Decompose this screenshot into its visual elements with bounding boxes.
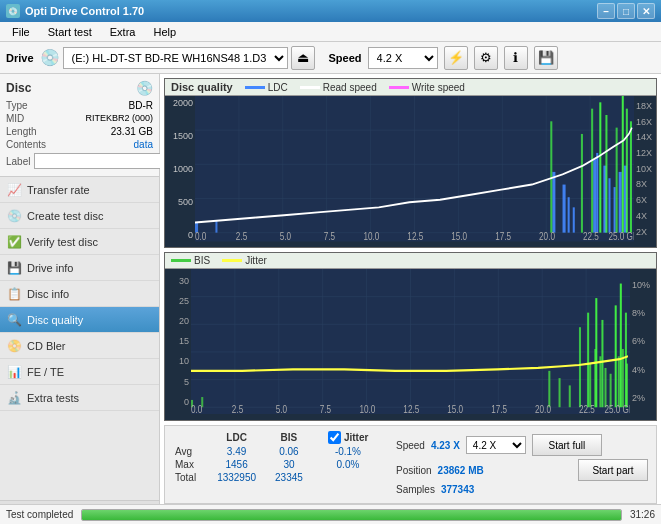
sidebar-label-verify-test-disc: Verify test disc	[27, 236, 98, 248]
stats-row-avg: Avg 3.49 0.06 -0.1%	[169, 445, 384, 458]
svg-rect-75	[579, 327, 581, 407]
disc-quality-icon: 🔍	[6, 313, 22, 327]
svg-text:17.5: 17.5	[495, 231, 511, 241]
sidebar-item-fe-te[interactable]: 📊 FE / TE	[0, 359, 159, 385]
svg-text:7.5: 7.5	[324, 231, 335, 241]
sidebar-item-create-test-disc[interactable]: 💿 Create test disc	[0, 203, 159, 229]
status-time: 31:26	[630, 509, 655, 520]
verify-test-disc-icon: ✅	[6, 235, 22, 249]
position-label: Position	[396, 465, 432, 476]
length-label: Length	[6, 126, 37, 137]
bis-legend-label: BIS	[194, 255, 210, 266]
col-ldc-header: LDC	[207, 430, 266, 445]
speed-select[interactable]: 4.2 X	[368, 47, 438, 69]
sidebar-label-extra-tests: Extra tests	[27, 392, 79, 404]
svg-rect-65	[559, 378, 561, 407]
save-btn[interactable]: 💾	[534, 46, 558, 70]
svg-text:20.0: 20.0	[539, 231, 555, 241]
chart1-header: Disc quality LDC Read speed Write speed	[165, 79, 656, 96]
chart1-svg-container: 2000 1500 1000 500 0	[165, 96, 656, 242]
drive-icon: 💿	[40, 48, 60, 67]
svg-rect-25	[619, 172, 622, 233]
info-btn[interactable]: ℹ	[504, 46, 528, 70]
avg-label: Avg	[169, 445, 207, 458]
nav-items: 📈 Transfer rate 💿 Create test disc ✅ Ver…	[0, 177, 159, 500]
eject-button[interactable]: ⏏	[291, 46, 315, 70]
read-speed-legend-label: Read speed	[323, 82, 377, 93]
extra-tests-icon: 🔬	[6, 391, 22, 405]
sidebar-item-extra-tests[interactable]: 🔬 Extra tests	[0, 385, 159, 411]
speed-right-select[interactable]: 4.2 X	[466, 436, 526, 454]
sidebar-item-transfer-rate[interactable]: 📈 Transfer rate	[0, 177, 159, 203]
type-label: Type	[6, 100, 28, 111]
chart1-svg: 0.0 2.5 5.0 7.5 10.0 12.5 15.0 17.5 20.0…	[195, 96, 634, 242]
ldc-color-swatch	[245, 86, 265, 89]
svg-text:0.0: 0.0	[195, 231, 206, 241]
disc-panel: Disc 💿 Type BD-R MID RITEKBR2 (000) Leng…	[0, 74, 159, 177]
svg-rect-70	[604, 367, 606, 406]
write-speed-color-swatch	[389, 86, 409, 89]
create-test-disc-icon: 💿	[6, 209, 22, 223]
svg-text:12.5: 12.5	[403, 402, 419, 414]
jitter-color-swatch	[222, 259, 242, 262]
menu-help[interactable]: Help	[145, 24, 184, 40]
svg-rect-67	[589, 363, 591, 407]
sidebar-item-drive-info[interactable]: 💾 Drive info	[0, 255, 159, 281]
svg-rect-33	[622, 96, 624, 233]
sidebar-item-disc-info[interactable]: 📋 Disc info	[0, 281, 159, 307]
menu-file[interactable]: File	[4, 24, 38, 40]
total-bis: 23345	[266, 471, 312, 484]
chart-area: Disc quality LDC Read speed Write speed	[160, 74, 661, 524]
sidebar-item-cd-bler[interactable]: 📀 CD Bler	[0, 333, 159, 359]
svg-rect-77	[595, 298, 597, 407]
svg-rect-17	[563, 185, 566, 233]
stats-row-total: Total 1332950 23345	[169, 471, 384, 484]
start-part-button[interactable]: Start part	[578, 459, 648, 481]
chart2-svg: 0.0 2.5 5.0 7.5 10.0 12.5 15.0 17.5 20.0…	[191, 269, 630, 415]
disc-header-icon: 💿	[136, 80, 153, 96]
bis-color-swatch	[171, 259, 191, 262]
label-input[interactable]	[34, 153, 167, 169]
settings-btn[interactable]: ⚙	[474, 46, 498, 70]
transfer-rate-icon: 📈	[6, 183, 22, 197]
total-ldc: 1332950	[207, 471, 266, 484]
menu-start-test[interactable]: Start test	[40, 24, 100, 40]
start-full-button[interactable]: Start full	[532, 434, 602, 456]
minimize-button[interactable]: –	[597, 3, 615, 19]
drive-select[interactable]: (E:) HL-DT-ST BD-RE WH16NS48 1.D3	[63, 47, 288, 69]
length-value: 23.31 GB	[111, 126, 153, 137]
close-button[interactable]: ✕	[637, 3, 655, 19]
sidebar-item-verify-test-disc[interactable]: ✅ Verify test disc	[0, 229, 159, 255]
svg-text:7.5: 7.5	[320, 402, 332, 414]
speed-icon-btn[interactable]: ⚡	[444, 46, 468, 70]
svg-text:5.0: 5.0	[280, 231, 291, 241]
svg-rect-31	[605, 115, 607, 233]
max-bis: 30	[266, 458, 312, 471]
maximize-button[interactable]: □	[617, 3, 635, 19]
app-icon: 💿	[6, 4, 20, 18]
chart2-y-axis-left: 30 25 20 15 10 5 0	[165, 269, 191, 415]
svg-text:15.0: 15.0	[447, 402, 463, 414]
disc-info-icon: 📋	[6, 287, 22, 301]
total-jitter	[312, 471, 384, 484]
chart2-svg-container: 30 25 20 15 10 5 0	[165, 269, 656, 415]
svg-rect-30	[599, 102, 601, 232]
svg-rect-66	[569, 385, 571, 407]
chart2-main: 0.0 2.5 5.0 7.5 10.0 12.5 15.0 17.5 20.0…	[191, 269, 630, 415]
contents-label: Contents	[6, 139, 46, 150]
sidebar-item-disc-quality[interactable]: 🔍 Disc quality	[0, 307, 159, 333]
bis-jitter-chart: BIS Jitter 30 25 20 15 10	[164, 252, 657, 422]
max-label: Max	[169, 458, 207, 471]
sidebar: Disc 💿 Type BD-R MID RITEKBR2 (000) Leng…	[0, 74, 160, 524]
menu-extra[interactable]: Extra	[102, 24, 144, 40]
sidebar-label-transfer-rate: Transfer rate	[27, 184, 90, 196]
sidebar-label-drive-info: Drive info	[27, 262, 73, 274]
jitter-header-label: Jitter	[344, 432, 368, 443]
svg-text:12.5: 12.5	[407, 231, 423, 241]
jitter-checkbox[interactable]	[328, 431, 341, 444]
disc-quality-chart: Disc quality LDC Read speed Write speed	[164, 78, 657, 248]
speed-right-label: Speed	[396, 440, 425, 451]
progress-bar-container	[81, 509, 622, 521]
svg-text:10.0: 10.0	[363, 231, 379, 241]
max-jitter: 0.0%	[312, 458, 384, 471]
